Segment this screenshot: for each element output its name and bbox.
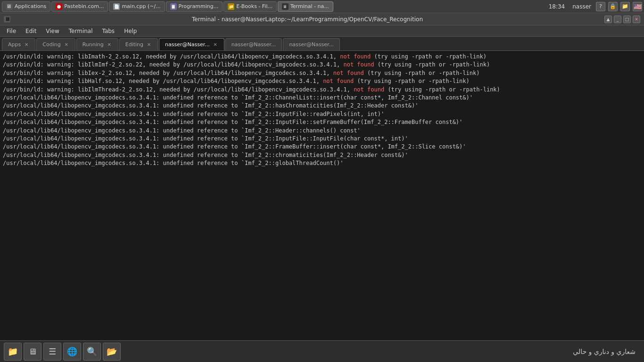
menu-help[interactable]: Help xyxy=(119,27,141,35)
taskbar-pastebin[interactable]: ● Pastebin.com... xyxy=(51,1,108,12)
terminal-output: /usr/bin/ld: warning: libImath-2_2.so.12… xyxy=(0,51,644,340)
files-btn[interactable]: 📁 xyxy=(620,2,630,11)
maximize-btn[interactable]: □ xyxy=(623,16,631,23)
applications-icon: 🖥 xyxy=(6,3,13,10)
menubar: File Edit View Terminal Tabs Help xyxy=(0,25,644,37)
bottom-arabic-text: شعاري و دناري و حالي xyxy=(123,348,640,355)
flag-btn[interactable]: 🇺🇸 xyxy=(633,2,642,11)
pastebin-icon: ● xyxy=(56,3,62,10)
menu-view[interactable]: View xyxy=(41,27,64,35)
terminal-taskbar-icon: 🖥 xyxy=(282,3,289,10)
terminal-line: /usr/local/lib64/libopencv_imgcodecs.so.… xyxy=(3,151,641,159)
scroll-up-btn[interactable]: ▲ xyxy=(604,16,612,23)
terminal-line: /usr/local/lib64/libopencv_imgcodecs.so.… xyxy=(3,110,641,118)
taskbar-ebooks[interactable]: 📁 E-Books - Fil... xyxy=(223,1,277,12)
clock: 18:34 xyxy=(546,3,568,10)
taskbar-terminal[interactable]: 🖥 Terminal - na... xyxy=(278,1,333,12)
top-taskbar: 🖥 Applications ● Pastebin.com... 📄 main.… xyxy=(0,0,644,13)
tab-nasser-active[interactable]: nasser@Nasser... ✕ xyxy=(159,38,224,50)
window-controls: ▲ _ □ ✕ xyxy=(604,16,640,23)
window-titlebar: 🖥 Terminal - nasser@NasserLaptop:~/Learn… xyxy=(0,13,644,25)
taskbar-right: 18:34 nasser ? 🔒 📁 🇺🇸 xyxy=(546,2,642,11)
terminal-line: /usr/local/lib64/libopencv_imgcodecs.so.… xyxy=(3,143,641,151)
tab-running-close[interactable]: ✕ xyxy=(107,42,112,48)
menu-tabs[interactable]: Tabs xyxy=(98,27,120,35)
tab-nasser-active-close[interactable]: ✕ xyxy=(213,42,218,48)
bottom-globe-icon[interactable]: 🌐 xyxy=(63,343,81,361)
help-btn[interactable]: ? xyxy=(596,2,605,11)
menu-edit[interactable]: Edit xyxy=(21,27,41,35)
window-title: Terminal - nasser@NasserLaptop:~/LearnPr… xyxy=(10,16,604,23)
terminal-line: /usr/local/lib64/libopencv_imgcodecs.so.… xyxy=(3,94,641,102)
bottom-folder-icon[interactable]: 📁 xyxy=(4,343,22,361)
maincpp-icon: 📄 xyxy=(113,3,120,10)
bottom-monitor-icon[interactable]: 🖥 xyxy=(24,343,41,361)
close-btn[interactable]: ✕ xyxy=(633,16,640,23)
bottom-folder2-icon[interactable]: 📂 xyxy=(103,343,121,361)
terminal-line: /usr/bin/ld: warning: libImath-2_2.so.12… xyxy=(3,53,641,61)
username: nasser xyxy=(570,3,593,10)
bottom-bar: 📁 🖥 ☰ 🌐 🔍 📂 شعاري و دناري و حالي xyxy=(0,340,644,362)
taskbar-programming[interactable]: 📋 Programming... xyxy=(166,1,223,12)
bottom-list-icon[interactable]: ☰ xyxy=(43,343,61,361)
terminal-line: /usr/bin/ld: warning: libIlmThread-2_2.s… xyxy=(3,86,641,94)
terminal-line: /usr/bin/ld: warning: libIex-2_2.so.12, … xyxy=(3,69,641,77)
tab-coding-close[interactable]: ✕ xyxy=(64,42,69,48)
tab-apps-close[interactable]: ✕ xyxy=(24,42,29,48)
tab-editing[interactable]: Editing ✕ xyxy=(119,38,158,50)
tab-coding[interactable]: Coding ✕ xyxy=(36,38,75,50)
bottom-search-icon[interactable]: 🔍 xyxy=(83,343,101,361)
terminal-line: /usr/local/lib64/libopencv_imgcodecs.so.… xyxy=(3,127,641,135)
terminal-line: /usr/local/lib64/libopencv_imgcodec​s.so… xyxy=(3,159,641,167)
programming-icon: 📋 xyxy=(170,3,177,10)
terminal-line: /usr/local/lib64/libopencv_imgcodecs.so.… xyxy=(3,102,641,110)
menu-file[interactable]: File xyxy=(2,27,21,35)
tab-nasser-2[interactable]: nasser@Nasser... xyxy=(225,38,282,50)
ebooks-icon: 📁 xyxy=(228,3,234,10)
terminal-line: /usr/bin/ld: warning: libIlmImf-2_2.so.2… xyxy=(3,61,641,69)
tabbar: Apps ✕ Coding ✕ Running ✕ Editing ✕ nass… xyxy=(0,37,644,51)
terminal-line: /usr/bin/ld: warning: libHalf.so.12, nee… xyxy=(3,77,641,85)
lock-btn[interactable]: 🔒 xyxy=(608,2,618,11)
menu-terminal[interactable]: Terminal xyxy=(64,27,98,35)
tab-nasser-3[interactable]: nasser@Nasser... xyxy=(283,38,340,50)
terminal-line: /usr/local/lib64/libopencv_imgcodecs.so.… xyxy=(3,118,641,126)
tab-running[interactable]: Running ✕ xyxy=(76,38,118,50)
taskbar-maincpp[interactable]: 📄 main.cpp (~/... xyxy=(109,1,165,12)
tab-editing-close[interactable]: ✕ xyxy=(146,42,152,48)
tab-apps[interactable]: Apps ✕ xyxy=(2,38,35,50)
minimize-btn[interactable]: _ xyxy=(614,16,621,23)
window-icon: 🖥 xyxy=(4,16,10,23)
terminal-line: /usr/local/lib64/libopencv_imgcodecs.so.… xyxy=(3,135,641,143)
taskbar-applications[interactable]: 🖥 Applications xyxy=(2,1,50,12)
